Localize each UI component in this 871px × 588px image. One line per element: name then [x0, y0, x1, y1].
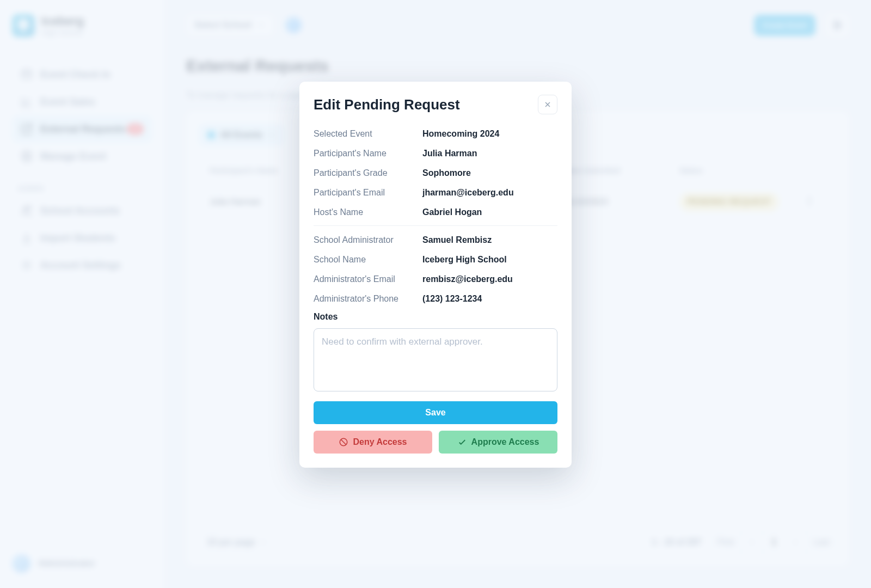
deny-access-button[interactable]: Deny Access: [314, 431, 432, 454]
approve-icon: [457, 437, 467, 447]
deny-label: Deny Access: [353, 437, 407, 447]
field-label: School Administrator: [314, 235, 422, 245]
modal-title: Edit Pending Request: [314, 96, 460, 113]
field-label: Selected Event: [314, 129, 422, 139]
close-icon: [543, 100, 552, 109]
field-school-name: School Name Iceberg High School: [314, 250, 557, 270]
field-school-admin: School Administrator Samuel Rembisz: [314, 230, 557, 250]
notes-label: Notes: [314, 312, 557, 322]
field-value: Gabriel Hogan: [422, 207, 557, 217]
field-value: Samuel Rembisz: [422, 235, 557, 245]
field-admin-email: Administrator's Email rembisz@iceberg.ed…: [314, 270, 557, 289]
approve-access-button[interactable]: Approve Access: [439, 431, 557, 454]
field-label: Participant's Grade: [314, 168, 422, 178]
deny-icon: [339, 437, 348, 447]
approve-label: Approve Access: [471, 437, 539, 447]
field-label: Administrator's Email: [314, 274, 422, 284]
field-selected-event: Selected Event Homecoming 2024: [314, 124, 557, 144]
field-value: Julia Harman: [422, 149, 557, 158]
field-participant-grade: Participant's Grade Sophomore: [314, 163, 557, 183]
field-value: Sophomore: [422, 168, 557, 178]
app-root: Iceberg High School Event Check In Event…: [0, 0, 871, 588]
save-button[interactable]: Save: [314, 401, 557, 424]
field-label: Participant's Name: [314, 149, 422, 158]
close-button[interactable]: [538, 95, 557, 114]
field-value: (123) 123-1234: [422, 294, 557, 304]
field-host-name: Host's Name Gabriel Hogan: [314, 203, 557, 222]
field-label: School Name: [314, 255, 422, 265]
field-participant-email: Participant's Email jharman@iceberg.edu: [314, 183, 557, 203]
field-label: Administrator's Phone: [314, 294, 422, 304]
field-value: jharman@iceberg.edu: [422, 188, 557, 198]
edit-request-modal: Edit Pending Request Selected Event Home…: [299, 82, 572, 468]
field-value: Iceberg High School: [422, 255, 557, 265]
field-label: Participant's Email: [314, 188, 422, 198]
notes-textarea[interactable]: [314, 328, 557, 391]
field-value: rembisz@iceberg.edu: [422, 274, 557, 284]
modal-header: Edit Pending Request: [314, 95, 557, 114]
field-label: Host's Name: [314, 207, 422, 217]
modal-overlay: Edit Pending Request Selected Event Home…: [0, 0, 871, 588]
field-participant-name: Participant's Name Julia Harman: [314, 144, 557, 163]
field-admin-phone: Administrator's Phone (123) 123-1234: [314, 289, 557, 309]
modal-actions: Deny Access Approve Access: [314, 431, 557, 454]
field-value: Homecoming 2024: [422, 129, 557, 139]
divider: [314, 225, 557, 226]
